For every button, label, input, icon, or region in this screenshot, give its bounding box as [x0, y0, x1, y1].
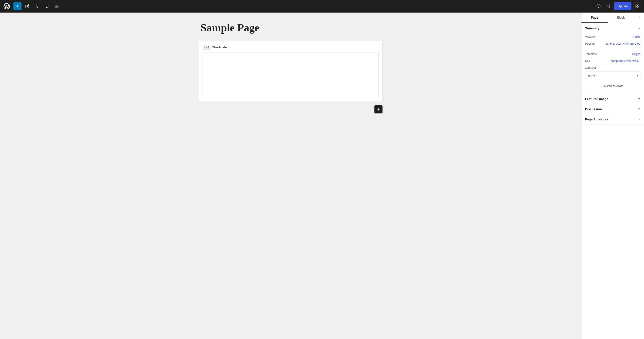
- discussion-chevron-icon: ▼: [638, 108, 640, 111]
- visibility-value[interactable]: Public: [632, 35, 640, 38]
- author-select[interactable]: admin: [585, 72, 640, 79]
- summary-section-header[interactable]: Summary ▲: [582, 23, 644, 33]
- tab-block[interactable]: Block: [608, 13, 634, 23]
- plus-icon: +: [377, 107, 380, 112]
- summary-content: Visibility Public Publish June 5, 2024 4…: [582, 33, 644, 94]
- main-layout: Sample Page [/] Shortcode + Page Block ×: [0, 13, 644, 339]
- editor-content: Sample Page [/] Shortcode +: [199, 22, 382, 330]
- shortcode-label: Shortcode: [212, 46, 226, 49]
- featured-image-section: Featured image ▼: [582, 94, 644, 104]
- discussion-section: Discussion ▼: [582, 104, 644, 114]
- page-attributes-chevron-icon: ▼: [638, 118, 640, 121]
- url-value[interactable]: sample000.free.nf/sa...: [611, 59, 640, 63]
- switch-to-draft-button[interactable]: Switch to draft: [585, 82, 640, 90]
- main-toolbar: + Update: [0, 0, 644, 13]
- undo-button[interactable]: [33, 2, 41, 10]
- author-section: AUTHOR admin: [585, 67, 640, 79]
- sidebar-tabs: Page Block ×: [582, 13, 644, 23]
- add-block-area: +: [199, 105, 382, 113]
- wp-logo[interactable]: [3, 2, 11, 10]
- template-label: Template: [585, 52, 597, 56]
- svg-rect-7: [636, 5, 637, 6]
- external-link-button[interactable]: [604, 2, 612, 10]
- editor-area: Sample Page [/] Shortcode +: [0, 13, 581, 339]
- sidebar: Page Block × Summary ▲ Visibility Public…: [581, 13, 644, 339]
- page-title[interactable]: Sample Page: [199, 22, 382, 34]
- preview-layout-button[interactable]: [594, 2, 602, 10]
- shortcode-header: [/] Shortcode: [202, 45, 379, 50]
- url-label: URL: [585, 59, 591, 63]
- close-sidebar-button[interactable]: ×: [634, 13, 644, 23]
- featured-image-header[interactable]: Featured image ▼: [582, 94, 644, 104]
- page-attributes-section: Page Attributes ▼: [582, 114, 644, 124]
- svg-line-6: [608, 5, 610, 7]
- template-row: Template Pages: [585, 51, 640, 57]
- author-label: AUTHOR: [585, 67, 640, 70]
- author-select-wrapper: admin: [585, 72, 640, 79]
- summary-title: Summary: [585, 27, 600, 30]
- tab-page[interactable]: Page: [582, 13, 608, 23]
- publish-value[interactable]: June 5, 2024 4:44 am UTC+0: [604, 42, 640, 49]
- svg-rect-10: [636, 7, 637, 8]
- featured-image-title: Featured image: [585, 97, 608, 101]
- page-attributes-header[interactable]: Page Attributes ▼: [582, 114, 644, 124]
- template-value[interactable]: Pages: [632, 52, 640, 56]
- redo-button[interactable]: [43, 2, 51, 10]
- summary-section: Summary ▲ Visibility Public Publish June…: [582, 23, 644, 94]
- svg-rect-3: [597, 5, 600, 7]
- svg-rect-9: [638, 7, 639, 8]
- shortcode-block: [/] Shortcode: [199, 41, 382, 102]
- settings-button[interactable]: [633, 2, 641, 10]
- add-block-inline-button[interactable]: +: [374, 105, 382, 113]
- update-button[interactable]: Update: [614, 2, 632, 10]
- shortcode-textarea[interactable]: [202, 52, 379, 97]
- visibility-row: Visibility Public: [585, 33, 640, 40]
- discussion-title: Discussion: [585, 107, 602, 111]
- featured-image-chevron-icon: ▼: [638, 98, 640, 101]
- add-block-button[interactable]: +: [14, 2, 22, 10]
- discussion-header[interactable]: Discussion ▼: [582, 104, 644, 114]
- url-row: URL sample000.free.nf/sa...: [585, 57, 640, 64]
- edit-mode-button[interactable]: [23, 2, 31, 10]
- svg-rect-8: [638, 5, 639, 6]
- visibility-label: Visibility: [585, 35, 596, 38]
- summary-chevron-icon: ▲: [638, 27, 640, 30]
- tools-button[interactable]: [53, 2, 61, 10]
- page-attributes-title: Page Attributes: [585, 118, 608, 121]
- publish-label: Publish: [585, 42, 595, 45]
- shortcode-icon: [/]: [202, 45, 210, 50]
- publish-row: Publish June 5, 2024 4:44 am UTC+0: [585, 40, 640, 51]
